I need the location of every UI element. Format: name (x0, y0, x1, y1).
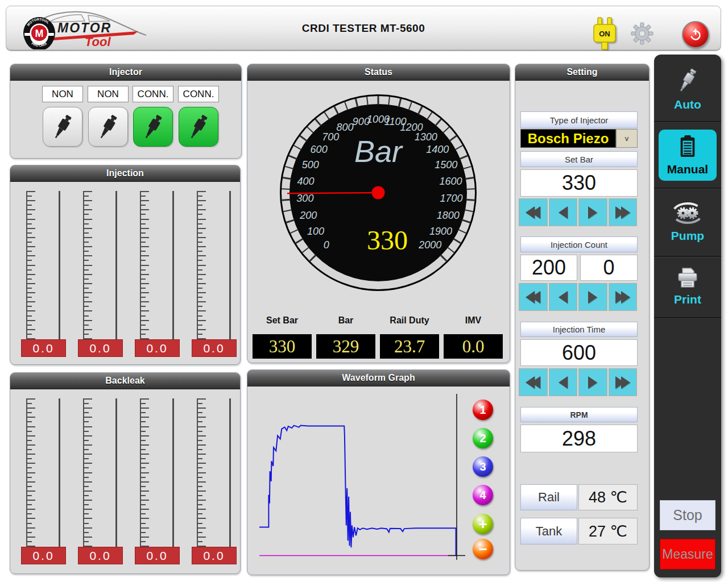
sidebar-item-label: Manual (667, 163, 708, 176)
injection-time-fast-decrease-button[interactable] (519, 368, 548, 396)
zoom-out-button[interactable]: − (473, 539, 493, 559)
injection-count-fast-decrease-button[interactable] (519, 283, 548, 311)
slider-track[interactable] (229, 191, 231, 339)
sidebar-item-label: Print (674, 293, 701, 306)
logo-tool-text: Tool (85, 35, 111, 49)
readout-setbar: 330 (253, 334, 312, 359)
injector1-status: NON (42, 86, 83, 102)
injection-count-target: 200 (520, 255, 577, 281)
injection-count-current: 0 (580, 255, 638, 281)
set-bar-fast-decrease-button[interactable] (519, 198, 548, 226)
injector1-button[interactable] (43, 107, 82, 147)
slider-track[interactable] (59, 398, 60, 547)
gauge-tick-label: 400 (297, 176, 315, 187)
gauge-needle-hub (372, 186, 385, 199)
tank-temp-value: 27 ℃ (578, 518, 638, 544)
sidebar-item-print[interactable]: Print (654, 259, 721, 314)
backleak-value-1: 0.0 (21, 547, 66, 564)
sidebar-item-auto[interactable]: Auto (654, 59, 721, 118)
injection-count-label: Injection Count (520, 236, 638, 252)
slider-track[interactable] (59, 191, 60, 339)
print-printer-icon (676, 267, 700, 289)
channel-1-button[interactable]: 1 (473, 400, 493, 420)
injection-value-1: 0.0 (21, 339, 66, 357)
backleak-panel-title: Backleak (10, 373, 240, 389)
waveform-panel: Waveform Graph 1 2 3 4 + − (247, 369, 510, 575)
injection-count-decrease-button[interactable] (549, 283, 578, 311)
type-of-injector-label: Type of Injector (520, 111, 638, 128)
gauge-tick-label: 1700 (440, 193, 463, 204)
gauge-tick-label: 2000 (418, 239, 441, 251)
channel-3-button[interactable]: 3 (473, 456, 493, 477)
gauge-tick-label: 1800 (437, 210, 460, 221)
injection-time-fast-increase-button[interactable] (609, 368, 638, 396)
rpm-label: RPM (520, 407, 638, 422)
injection-time-spinner (519, 368, 637, 396)
readout-bar: 329 (316, 334, 375, 359)
gauge-tick (282, 189, 290, 189)
set-bar-decrease-button[interactable] (549, 198, 578, 226)
power-button[interactable] (682, 21, 709, 48)
slider-track[interactable] (115, 398, 117, 547)
zoom-in-button[interactable]: + (473, 514, 493, 534)
gauge-tick-label: 100 (307, 226, 324, 237)
sidebar-item-manual[interactable]: Manual (659, 130, 717, 181)
slider-track[interactable] (172, 191, 174, 339)
injection-value-3: 0.0 (135, 339, 180, 357)
slider-track[interactable] (115, 191, 117, 339)
gauge-tick-label: 1900 (429, 226, 452, 237)
backleak-value-4: 0.0 (192, 547, 237, 564)
gauge-tick (466, 189, 475, 189)
gauge-value: 330 (367, 225, 408, 255)
injection-panel: Injection 0.0 0.0 0.0 0.0 (10, 165, 241, 365)
injection-time-decrease-button[interactable] (549, 368, 578, 396)
set-bar-fast-increase-button[interactable] (609, 198, 638, 226)
slider-track[interactable] (172, 398, 174, 547)
rail-temp-label: Rail (520, 484, 577, 510)
power-plug-on-icon[interactable]: ON (591, 16, 618, 51)
nav-sidebar: Auto Manual (654, 55, 721, 577)
backleak-value-2: 0.0 (78, 547, 123, 564)
injector-panel: Injector NON NON CONN. CONN. (10, 64, 242, 159)
set-bar-increase-button[interactable] (578, 198, 607, 226)
gauge-tick-label: 1300 (415, 131, 437, 143)
injector3-button[interactable] (133, 107, 173, 147)
injection-value-4: 0.0 (192, 339, 237, 357)
setting-panel-title: Setting (515, 64, 649, 81)
injection-time-label: Injection Time (520, 322, 638, 337)
measure-button[interactable]: Measure (660, 539, 715, 569)
waveform-trace-1 (259, 426, 456, 555)
injector2-status: NON (88, 86, 129, 102)
gauge-tick-label: 800 (336, 122, 353, 133)
injector4-button[interactable] (179, 107, 218, 147)
injector-type-value[interactable]: Bosch Piezo (520, 129, 616, 148)
tank-temp-label: Tank (520, 518, 577, 544)
injector-type-dropdown-button[interactable]: v (616, 129, 638, 148)
channel-2-button[interactable]: 2 (473, 428, 493, 448)
set-bar-label: Set Bar (520, 151, 638, 167)
auto-injector-icon (675, 66, 700, 94)
readout-label-bar: Bar (316, 315, 375, 326)
gauge-tick (466, 199, 475, 200)
injection-count-increase-button[interactable] (578, 283, 607, 311)
slider-track[interactable] (229, 398, 231, 547)
backleak-value-3: 0.0 (135, 547, 180, 564)
manual-clipboard-icon (677, 135, 698, 159)
channel-4-button[interactable]: 4 (473, 485, 493, 505)
injector-panel-title: Injector (10, 64, 241, 81)
rpm-value: 298 (520, 425, 638, 452)
gauge-tick-label: 600 (311, 144, 328, 155)
plug-on-label: ON (599, 30, 610, 38)
settings-gear-icon[interactable] (631, 22, 653, 45)
sidebar-item-pump[interactable]: Pump (654, 191, 721, 252)
readout-label-setbar: Set Bar (253, 315, 312, 326)
rail-temp-value: 48 ℃ (578, 484, 638, 510)
app-window: MOTOR Tool M MOTORTOOL PRO CRDI CRDI TES… (0, 0, 728, 582)
gauge-tick (282, 199, 291, 200)
injector2-button[interactable] (88, 107, 128, 147)
injection-time-increase-button[interactable] (578, 368, 607, 396)
injection-count-fast-increase-button[interactable] (609, 283, 638, 311)
stop-button[interactable]: Stop (660, 500, 715, 530)
gauge-unit-label: Bar (354, 134, 403, 168)
gauge-tick-label: 1400 (426, 144, 449, 155)
